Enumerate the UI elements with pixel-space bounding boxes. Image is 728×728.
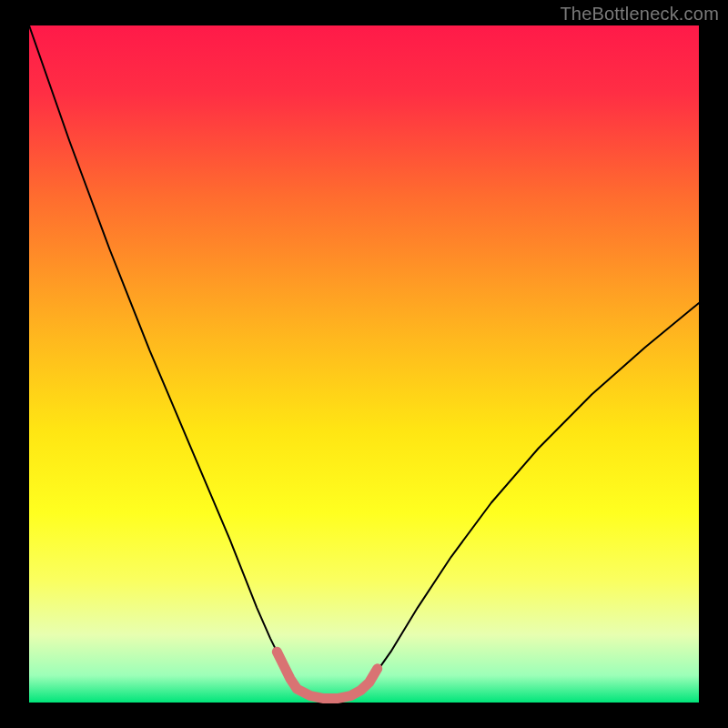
watermark-text: TheBottleneck.com — [560, 4, 719, 25]
chart-frame: TheBottleneck.com — [0, 0, 728, 728]
plot-background — [29, 25, 699, 703]
bottleneck-chart — [0, 0, 728, 728]
